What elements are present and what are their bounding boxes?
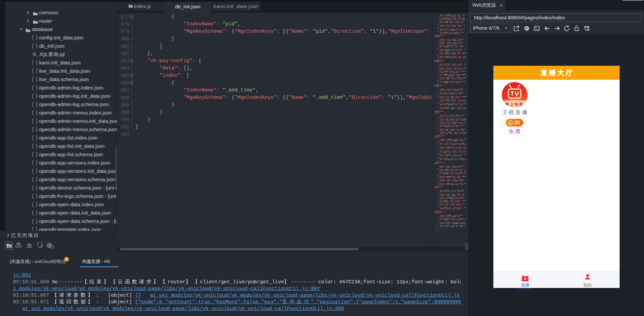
svg-text:掌上电视: 掌上电视 — [505, 102, 524, 106]
